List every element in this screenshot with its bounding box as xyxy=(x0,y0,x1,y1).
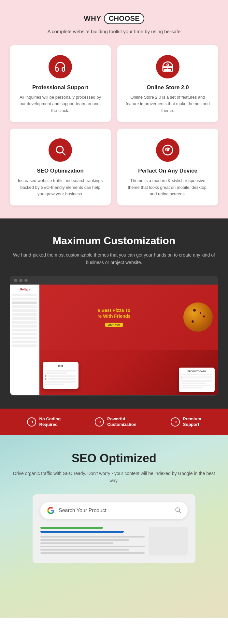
seo-mockup: Search Your Product xyxy=(33,494,195,563)
popup-checkbox-row xyxy=(45,378,76,380)
popup-title: Blog xyxy=(45,365,76,368)
features-grid: Professional Support All inquiries will … xyxy=(10,45,218,206)
feature-bar-item-coding: No CodingRequired xyxy=(27,416,61,427)
right-panel: PRODUCT CARD xyxy=(179,368,215,392)
google-g-icon xyxy=(47,507,55,514)
popup-row xyxy=(45,381,76,383)
svg-line-5 xyxy=(63,152,65,155)
support-label: PremiumSupport xyxy=(183,416,201,427)
seo-line xyxy=(40,539,129,541)
sidebar-row xyxy=(12,294,37,296)
seo-bar-green xyxy=(40,527,103,529)
arrow-right-icon xyxy=(30,420,34,424)
customization-subtitle: We hand-picked the most customizable the… xyxy=(10,251,218,266)
popup-row xyxy=(45,372,67,374)
device-desc: Theme is a modern & stylish responsive t… xyxy=(124,177,212,198)
popup-checkbox xyxy=(45,375,47,377)
pizza-topping xyxy=(203,315,205,317)
popup-row xyxy=(45,384,64,385)
choose-badge: CHOOSE xyxy=(104,13,144,24)
google-search-bar[interactable]: Search Your Product xyxy=(40,502,188,519)
coding-icon-circle xyxy=(27,417,36,427)
support-desc: All inquiries will be personally process… xyxy=(16,94,104,114)
support-icon-circle-bar xyxy=(171,417,180,427)
sidebar-row xyxy=(12,325,37,328)
why-subtitle: A complete website building toolkit your… xyxy=(10,28,218,35)
support-title: Professional Support xyxy=(16,84,104,91)
search-icon xyxy=(54,144,66,156)
google-logo xyxy=(47,507,55,514)
feature-card-support: Professional Support All inquiries will … xyxy=(10,45,111,122)
rp-row xyxy=(181,383,206,384)
browser-dot-2 xyxy=(19,279,22,282)
pizza-image xyxy=(183,302,213,332)
support-icon-circle xyxy=(49,55,72,78)
sidebar-row xyxy=(12,337,37,339)
seo-bar-blue xyxy=(40,531,124,533)
sidebar-row xyxy=(12,298,37,300)
arrow-right-icon-2 xyxy=(97,420,101,424)
sidebar-row xyxy=(12,341,37,343)
svg-point-1 xyxy=(167,64,169,66)
store-icon-circle: OS 2.0 xyxy=(156,55,179,78)
rp-row xyxy=(181,374,212,375)
rp-row xyxy=(181,380,212,382)
coding-label: No CodingRequired xyxy=(39,416,61,427)
sidebar-row xyxy=(12,344,37,347)
device-icon-circle xyxy=(156,138,179,162)
feature-card-device: Perfact On Any Device Theme is a modern … xyxy=(117,129,218,205)
browser-bar xyxy=(10,276,218,285)
browser-sidebar: Deligia xyxy=(10,285,39,395)
hero-headline: e Best Pizza To re With Friends xyxy=(45,307,183,319)
sidebar-row xyxy=(12,329,37,331)
seo-line xyxy=(40,542,113,544)
speedometer-icon xyxy=(162,144,174,156)
seo-desc: Increased website traffic and search ran… xyxy=(16,177,104,198)
seo-line xyxy=(40,536,145,538)
sidebar-row xyxy=(12,317,37,320)
why-choose-heading: WHY CHOOSE xyxy=(10,13,218,24)
sidebar-row xyxy=(12,309,37,312)
svg-line-9 xyxy=(179,511,181,512)
hero-btn: SHOP NOW xyxy=(105,323,123,327)
hero-text-block: e Best Pizza To re With Friends SHOP NOW xyxy=(45,307,183,327)
feature-card-seo: SEO Optimization Increased website traff… xyxy=(10,129,111,205)
pizza-hero: e Best Pizza To re With Friends SHOP NOW xyxy=(39,285,218,350)
sidebar-row xyxy=(12,305,37,308)
svg-text:OS 2.0: OS 2.0 xyxy=(164,69,171,71)
search-magnifier-icon xyxy=(175,507,181,513)
search-text: Search Your Product xyxy=(59,508,107,513)
feature-bar-item-support: PremiumSupport xyxy=(171,416,201,427)
search-icon-right xyxy=(175,507,181,514)
features-bar: No CodingRequired PowerfulCustomization … xyxy=(0,409,228,435)
sidebar-row xyxy=(12,321,37,324)
pizza-topping xyxy=(192,320,194,323)
browser-screenshot: Deligia e Best Pizza xyxy=(10,285,218,395)
arrow-right-icon-3 xyxy=(173,420,177,424)
seo-results xyxy=(40,527,188,555)
seo-icon-circle xyxy=(49,138,72,162)
seo-section: SEO Optimized Drive organic traffic with… xyxy=(0,435,228,618)
seo-title: SEO Optimization xyxy=(16,168,104,174)
sidebar-row xyxy=(12,313,37,316)
feature-card-store: OS 2.0 Online Store 2.0 Online Store 2.0… xyxy=(117,45,218,122)
svg-point-7 xyxy=(167,149,169,151)
seo-title: SEO Optimized xyxy=(10,452,218,465)
store-title: Online Store 2.0 xyxy=(124,84,212,91)
customization-icon-circle xyxy=(95,417,104,427)
feature-bar-item-customization: PowerfulCustomization xyxy=(95,416,136,427)
sidebar-row xyxy=(12,333,37,335)
browser-main: e Best Pizza To re With Friends SHOP NOW… xyxy=(39,285,218,395)
pizza-topping xyxy=(193,309,196,312)
rp-row xyxy=(181,385,212,386)
popup-checkbox-row xyxy=(45,375,76,377)
right-panel-title: PRODUCT CARD xyxy=(181,370,212,372)
rp-select xyxy=(181,376,212,379)
popup-checkbox xyxy=(45,378,47,380)
store-icon: OS 2.0 xyxy=(162,61,174,73)
customization-label: PowerfulCustomization xyxy=(107,416,136,427)
popup-row xyxy=(45,370,76,371)
browser-mockup: Deligia e Best Pizza xyxy=(10,276,218,396)
sidebar-logo: Deligia xyxy=(12,287,37,291)
popup-checkbox-label xyxy=(48,378,76,380)
